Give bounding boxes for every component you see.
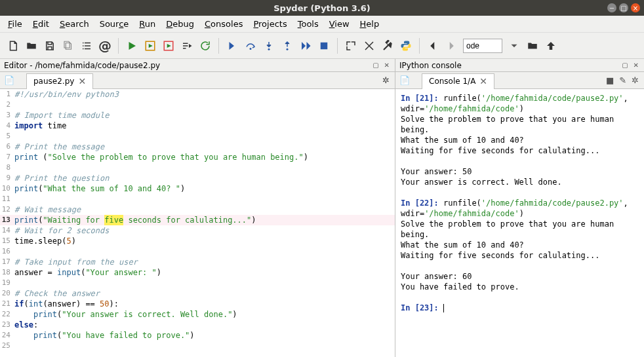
menu-debug[interactable]: Debug [162, 18, 198, 30]
svg-point-2 [250, 48, 252, 50]
editor-close-icon[interactable]: ✕ [383, 62, 391, 69]
console-header: IPython console ▢✕ [395, 59, 644, 72]
console-clear-icon[interactable]: ✎ [619, 75, 626, 85]
menu-help[interactable]: Help [356, 18, 384, 30]
forward-icon[interactable] [445, 39, 458, 52]
menu-file[interactable]: File [4, 18, 26, 30]
editor-dock-icon[interactable]: ▢ [371, 62, 380, 69]
editor-header: Editor - /home/fahmida/code/pause2.py ▢✕ [0, 59, 395, 72]
parent-dir-icon[interactable] [544, 39, 557, 52]
menu-search[interactable]: Search [56, 18, 93, 30]
at-icon[interactable]: @ [98, 39, 111, 52]
dropdown-icon[interactable] [508, 39, 521, 52]
save-all-icon[interactable] [62, 39, 75, 52]
maximize-pane-icon[interactable] [344, 39, 357, 52]
svg-rect-5 [321, 42, 328, 49]
console-title: IPython console [399, 61, 462, 70]
list-icon[interactable] [80, 39, 93, 52]
maximize-button[interactable]: □ [619, 3, 628, 12]
preferences-icon[interactable] [381, 39, 394, 52]
menu-view[interactable]: View [325, 18, 353, 30]
console-tab-label: Console 1/A [429, 77, 475, 86]
open-folder-icon[interactable] [25, 39, 38, 52]
minimize-button[interactable]: − [607, 3, 616, 12]
menu-projects[interactable]: Projects [249, 18, 291, 30]
new-file-icon[interactable] [7, 39, 20, 52]
console-tab-close-icon[interactable]: ✕ [479, 76, 487, 86]
debug-icon[interactable] [226, 39, 239, 52]
run-selection-icon[interactable] [180, 39, 193, 52]
tab-close-icon[interactable]: ✕ [78, 76, 86, 86]
editor-tab-label: pause2.py [33, 77, 74, 86]
editor-pane: Editor - /home/fahmida/code/pause2.py ▢✕… [0, 59, 395, 357]
editor-options-icon[interactable]: ✲ [382, 75, 390, 85]
title-bar: Spyder (Python 3.6) − □ × [0, 0, 644, 16]
console-tab[interactable]: Console 1/A ✕ [422, 73, 494, 89]
file-browser-icon[interactable]: 📄 [4, 75, 14, 85]
main-area: Editor - /home/fahmida/code/pause2.py ▢✕… [0, 59, 644, 357]
back-icon[interactable] [426, 39, 439, 52]
editor-tab[interactable]: pause2.py ✕ [26, 73, 93, 89]
window-title: Spyder (Python 3.6) [273, 3, 371, 13]
code-editor[interactable]: 1#!/usr/bin/env python3 2 3# Import time… [0, 89, 395, 357]
console-browser-icon[interactable]: 📄 [399, 75, 410, 85]
console-pane: IPython console ▢✕ 📄 Console 1/A ✕ ■ ✎ ✲… [395, 59, 644, 357]
python-icon[interactable] [399, 39, 413, 52]
step-over-icon[interactable] [244, 39, 257, 52]
save-icon[interactable] [43, 39, 56, 52]
console-output[interactable]: In [21]: runfile('/home/fahmida/code/pau… [395, 89, 644, 357]
browse-icon[interactable] [526, 39, 539, 52]
editor-path: Editor - /home/fahmida/code/pause2.py [4, 61, 160, 70]
close-button[interactable]: × [631, 3, 640, 12]
svg-point-3 [268, 48, 270, 50]
console-close-icon[interactable]: ✕ [632, 62, 640, 69]
run-cell-advance-icon[interactable] [162, 39, 175, 52]
menu-bar: File Edit Search Source Run Debug Consol… [0, 16, 644, 33]
editor-tabs: 📄 pause2.py ✕ ✲ [0, 72, 395, 89]
menu-tools[interactable]: Tools [294, 18, 323, 30]
fullscreen-icon[interactable] [363, 39, 376, 52]
console-stop-icon[interactable]: ■ [606, 75, 614, 85]
menu-consoles[interactable]: Consoles [201, 18, 247, 30]
run-icon[interactable] [125, 39, 138, 52]
continue-icon[interactable] [299, 39, 312, 52]
console-dock-icon[interactable]: ▢ [620, 62, 629, 69]
tool-bar: @ [0, 33, 644, 59]
run-cell-icon[interactable] [144, 39, 157, 52]
menu-source[interactable]: Source [96, 18, 133, 30]
working-dir-input[interactable] [463, 39, 502, 53]
cursor [443, 304, 444, 312]
console-options-icon[interactable]: ✲ [632, 75, 639, 85]
menu-run[interactable]: Run [135, 18, 159, 30]
menu-edit[interactable]: Edit [29, 18, 53, 30]
step-out-icon[interactable] [281, 39, 294, 52]
rerun-icon[interactable] [199, 39, 212, 52]
stop-debug-icon[interactable] [317, 39, 331, 52]
svg-point-4 [287, 48, 289, 50]
console-tabs: 📄 Console 1/A ✕ ■ ✎ ✲ [395, 72, 644, 89]
step-into-icon[interactable] [262, 39, 275, 52]
